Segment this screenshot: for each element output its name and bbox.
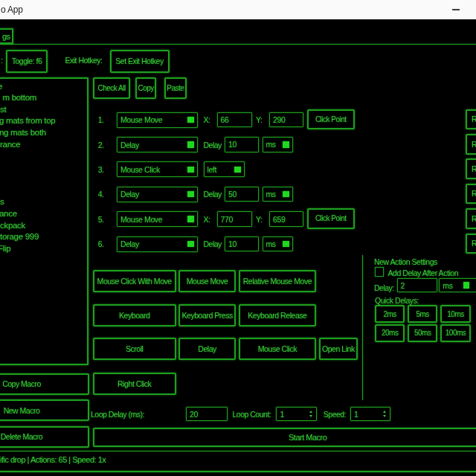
- add-delay-button[interactable]: Delay: [178, 338, 236, 360]
- new-action-settings-title: New Action Settings: [374, 257, 437, 266]
- remove-action-button[interactable]: Remove: [466, 158, 476, 179]
- quick-delay-5ms-button[interactable]: 5ms: [408, 305, 437, 322]
- delay-setting-input[interactable]: 2: [397, 278, 438, 292]
- add-mouse-move-button[interactable]: Mouse Move: [178, 270, 236, 292]
- loop-count-spinner[interactable]: 1: [276, 407, 316, 422]
- action-number: 3.: [86, 165, 104, 174]
- dropdown-square-icon: [283, 241, 289, 248]
- minimize-icon[interactable]: [452, 9, 460, 10]
- loop-delay-input[interactable]: 20: [186, 407, 228, 422]
- delay-unit-dropdown[interactable]: ms: [439, 278, 476, 292]
- remove-action-button[interactable]: Remove: [466, 134, 476, 155]
- list-item[interactable]: [0, 150, 89, 162]
- x-input[interactable]: 770: [217, 211, 252, 227]
- list-item[interactable]: ance: [0, 208, 89, 220]
- list-item[interactable]: Flip: [0, 243, 89, 255]
- new-macro-button[interactable]: New Macro: [0, 399, 89, 421]
- quick-delays-label: Quick Delays:: [375, 296, 419, 305]
- toggle-hotkey-button[interactable]: Toggle: f6: [6, 50, 48, 73]
- tab-strip-underline: [0, 44, 476, 45]
- x-input[interactable]: 66: [217, 112, 252, 128]
- copy-button[interactable]: Copy: [135, 77, 156, 99]
- add-mouse-click-with-move-button[interactable]: Mouse Click With Move: [93, 270, 176, 292]
- add-open-link-button[interactable]: Open Link: [319, 338, 358, 360]
- action-type-dropdown[interactable]: Mouse Move: [117, 112, 198, 128]
- remove-action-button[interactable]: Remove: [466, 234, 476, 254]
- quick-delay-10ms-button[interactable]: 10ms: [440, 305, 472, 322]
- list-item[interactable]: [0, 173, 89, 185]
- action-type-dropdown[interactable]: Mouse Move: [117, 211, 198, 227]
- delay-input[interactable]: 10: [225, 237, 259, 252]
- list-item[interactable]: ng mats both: [0, 127, 89, 139]
- list-item[interactable]: st: [0, 104, 89, 116]
- list-item[interactable]: [0, 185, 89, 197]
- action-number: 6.: [86, 239, 104, 248]
- status-bar-bottom-line: [0, 471, 476, 472]
- add-keyboard-release-button[interactable]: Keyboard Release: [239, 304, 317, 327]
- list-item[interactable]: m bottom: [3, 92, 89, 104]
- list-item[interactable]: [0, 162, 89, 174]
- action-type-dropdown[interactable]: Delay: [117, 137, 198, 152]
- action-type-dropdown[interactable]: Delay: [117, 187, 198, 202]
- add-keyboard-press-button[interactable]: Keyboard Press: [178, 304, 236, 327]
- y-input[interactable]: 290: [269, 112, 303, 128]
- list-item[interactable]: e: [0, 81, 89, 93]
- delay-unit-dropdown[interactable]: ms: [263, 187, 294, 202]
- mouse-button-dropdown[interactable]: left: [204, 161, 245, 177]
- start-macro-button[interactable]: Start Macro: [93, 428, 476, 448]
- dropdown-square-icon: [187, 141, 194, 148]
- delay-unit-dropdown[interactable]: ms: [263, 137, 294, 152]
- speed-label: Speed:: [324, 410, 346, 419]
- action-type-dropdown[interactable]: Delay: [117, 237, 198, 252]
- dropdown-square-icon: [187, 191, 194, 198]
- quick-delay-50ms-button[interactable]: 50ms: [408, 324, 437, 341]
- add-right-click-button[interactable]: Right Click: [93, 373, 176, 395]
- status-bar-text: ific drop | Actions: 65 | Speed: 1x: [0, 455, 106, 464]
- delay-label: Delay: [204, 141, 222, 149]
- x-label: X:: [204, 115, 210, 124]
- spinner-up-icon[interactable]: [309, 411, 312, 413]
- add-scroll-button[interactable]: Scroll: [93, 338, 176, 360]
- quick-delay-2ms-button[interactable]: 2ms: [375, 305, 405, 322]
- tab-settings[interactable]: gs: [0, 28, 13, 45]
- list-item[interactable]: ckpack: [0, 220, 89, 232]
- list-item[interactable]: rance: [0, 139, 89, 151]
- speed-spinner[interactable]: 1: [350, 407, 390, 422]
- click-point-button[interactable]: Click Point: [307, 208, 355, 229]
- quick-delay-20ms-button[interactable]: 20ms: [375, 324, 405, 341]
- delay-unit-dropdown[interactable]: ms: [263, 237, 294, 252]
- delay-label: Delay: [204, 190, 222, 199]
- remove-action-button[interactable]: Remove: [466, 184, 476, 205]
- add-mouse-click-button[interactable]: Mouse Click: [239, 338, 317, 360]
- set-exit-hotkey-button[interactable]: Set Exit Hotkey: [110, 50, 170, 73]
- remove-action-button[interactable]: Remove: [466, 208, 476, 229]
- macro-list-items: e m bottom st g mats from top ng mats bo…: [0, 81, 89, 260]
- spinner-up-icon[interactable]: [383, 411, 386, 413]
- add-keyboard-button[interactable]: Keyboard: [93, 304, 176, 327]
- add-delay-checkbox[interactable]: [375, 267, 385, 277]
- action-type-dropdown[interactable]: Mouse Click: [117, 161, 198, 177]
- y-label: Y:: [256, 215, 262, 224]
- dropdown-square-icon: [187, 216, 194, 222]
- spinner-down-icon[interactable]: [383, 415, 386, 417]
- dropdown-square-icon: [234, 167, 241, 173]
- check-all-button[interactable]: Check All: [93, 77, 131, 99]
- list-item[interactable]: s: [0, 196, 89, 208]
- hotkey-label-fragment: :: [1, 56, 3, 65]
- list-item[interactable]: torage 999: [0, 231, 89, 243]
- tab-label: gs: [2, 32, 10, 41]
- spinner-down-icon[interactable]: [309, 415, 312, 417]
- quick-delay-100ms-button[interactable]: 100ms: [440, 324, 472, 341]
- y-input[interactable]: 659: [269, 211, 303, 227]
- click-point-button[interactable]: Click Point: [307, 109, 355, 130]
- remove-action-button[interactable]: Remove: [466, 109, 476, 130]
- add-relative-mouse-move-button[interactable]: Relative Mouse Move: [239, 270, 317, 292]
- dropdown-square-icon: [283, 141, 289, 148]
- paste-button[interactable]: Paste: [164, 77, 187, 99]
- delay-input[interactable]: 10: [225, 137, 259, 152]
- copy-macro-button[interactable]: Copy Macro: [0, 373, 89, 395]
- delete-macro-button[interactable]: Delete Macro: [0, 426, 89, 448]
- delay-input[interactable]: 50: [225, 187, 259, 202]
- list-item[interactable]: g mats from top: [0, 115, 89, 127]
- exit-hotkey-label: Exit Hotkey:: [65, 56, 103, 65]
